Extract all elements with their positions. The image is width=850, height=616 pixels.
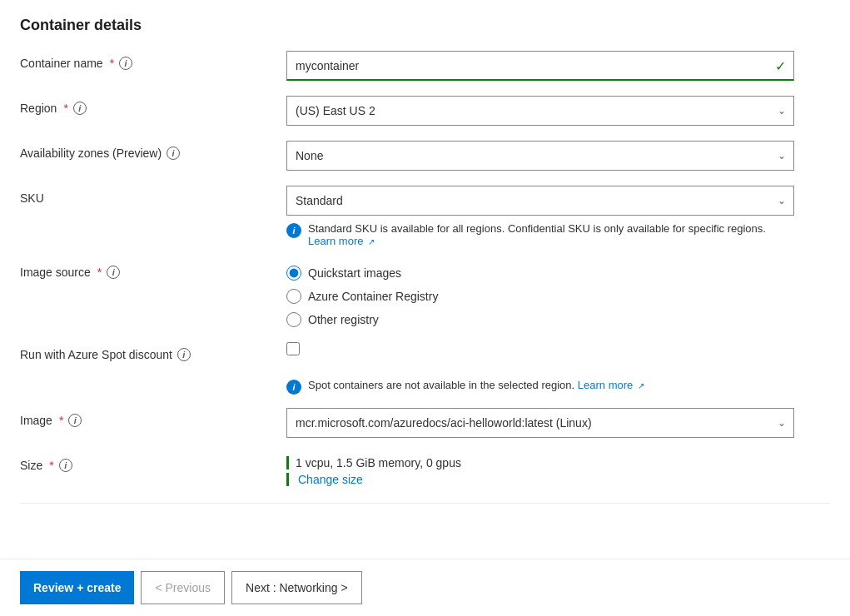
- availability-zones-select-wrapper: None Zone 1 Zone 2 Zone 3 ⌄: [286, 141, 794, 171]
- size-required-indicator: *: [49, 459, 53, 472]
- spot-info-circle-icon: i: [286, 380, 301, 395]
- required-indicator: *: [110, 57, 114, 70]
- image-source-info-icon[interactable]: i: [107, 266, 120, 279]
- spot-discount-checkbox[interactable]: [286, 342, 300, 355]
- radio-option-quickstart[interactable]: Quickstart images: [286, 266, 794, 281]
- previous-button[interactable]: < Previous: [141, 571, 225, 604]
- image-required-indicator: *: [59, 414, 63, 427]
- image-source-required-indicator: *: [97, 266, 102, 279]
- image-source-control: Quickstart images Azure Container Regist…: [286, 262, 794, 327]
- availability-zones-label: Availability zones (Preview) i: [20, 141, 286, 160]
- sku-select-wrapper: Standard Dedicated Confidential ⌄: [286, 186, 794, 216]
- image-select[interactable]: mcr.microsoft.com/azuredocs/aci-hellowor…: [286, 408, 794, 438]
- size-section: 1 vcpu, 1.5 GiB memory, 0 gpus Change si…: [286, 453, 794, 486]
- change-size-link[interactable]: Change size: [286, 473, 794, 486]
- sku-select[interactable]: Standard Dedicated Confidential: [286, 186, 794, 216]
- image-select-wrapper: mcr.microsoft.com/azuredocs/aci-hellowor…: [286, 408, 794, 438]
- sku-external-link-icon: ↗: [368, 237, 375, 246]
- region-label: Region * i: [20, 96, 286, 115]
- spot-info-box: i Spot containers are not available in t…: [286, 379, 830, 395]
- next-button[interactable]: Next : Networking >: [231, 571, 362, 604]
- region-select[interactable]: (US) East US 2 (US) East US (US) West US…: [286, 96, 794, 126]
- size-value: 1 vcpu, 1.5 GiB memory, 0 gpus: [286, 456, 461, 469]
- radio-option-other[interactable]: Other registry: [286, 312, 794, 327]
- spot-learn-more-link[interactable]: Learn more ↗: [578, 379, 644, 391]
- page-container: Container details Container name * i ✓ R…: [0, 0, 850, 504]
- review-create-button[interactable]: Review + create: [20, 571, 134, 604]
- spot-discount-info-icon[interactable]: i: [177, 348, 191, 361]
- container-name-label: Container name * i: [20, 51, 286, 70]
- radio-acr-label: Azure Container Registry: [308, 290, 438, 303]
- sku-control: Standard Dedicated Confidential ⌄ i Stan…: [286, 186, 794, 247]
- image-control: mcr.microsoft.com/azuredocs/aci-hellowor…: [286, 408, 794, 438]
- size-label: Size * i: [20, 453, 286, 472]
- sku-row: SKU Standard Dedicated Confidential ⌄ i …: [20, 186, 830, 247]
- valid-checkmark-icon: ✓: [775, 58, 786, 74]
- sku-info-text: Standard SKU is available for all region…: [308, 222, 794, 247]
- container-name-input[interactable]: [286, 51, 794, 81]
- container-name-info-icon[interactable]: i: [119, 57, 132, 70]
- size-control: 1 vcpu, 1.5 GiB memory, 0 gpus Change si…: [286, 453, 794, 486]
- spot-external-link-icon: ↗: [638, 381, 644, 390]
- spot-discount-row: Run with Azure Spot discount i: [20, 342, 830, 372]
- spot-info-row: i Spot containers are not available in t…: [286, 379, 830, 395]
- size-row: Size * i 1 vcpu, 1.5 GiB memory, 0 gpus …: [20, 453, 830, 486]
- spot-discount-checkbox-wrapper: [286, 342, 794, 355]
- sku-info-circle-icon: i: [286, 223, 301, 238]
- radio-other-input[interactable]: [286, 312, 301, 327]
- image-row: Image * i mcr.microsoft.com/azuredocs/ac…: [20, 408, 830, 438]
- image-label: Image * i: [20, 408, 286, 427]
- availability-zones-control: None Zone 1 Zone 2 Zone 3 ⌄: [286, 141, 794, 171]
- availability-zones-info-icon[interactable]: i: [167, 147, 180, 160]
- spot-discount-label: Run with Azure Spot discount i: [20, 342, 286, 361]
- region-info-icon[interactable]: i: [73, 102, 87, 115]
- region-select-wrapper: (US) East US 2 (US) East US (US) West US…: [286, 96, 794, 126]
- container-name-control: ✓: [286, 51, 794, 81]
- sku-learn-more-link[interactable]: Learn more ↗: [308, 235, 375, 247]
- region-control: (US) East US 2 (US) East US (US) West US…: [286, 96, 794, 126]
- sku-label: SKU: [20, 186, 286, 205]
- image-source-label: Image source * i: [20, 262, 286, 279]
- radio-quickstart-input[interactable]: [286, 266, 301, 281]
- image-source-radio-group: Quickstart images Azure Container Regist…: [286, 262, 794, 327]
- region-required-indicator: *: [63, 102, 67, 115]
- availability-zones-select[interactable]: None Zone 1 Zone 2 Zone 3: [286, 141, 794, 171]
- footer-divider: [20, 503, 830, 504]
- spot-discount-control: [286, 342, 794, 355]
- radio-other-label: Other registry: [308, 313, 379, 326]
- sku-info-box: i Standard SKU is available for all regi…: [286, 222, 794, 247]
- radio-quickstart-label: Quickstart images: [308, 266, 401, 280]
- image-source-row: Image source * i Quickstart images Azure…: [20, 262, 830, 327]
- radio-option-acr[interactable]: Azure Container Registry: [286, 289, 794, 304]
- container-name-row: Container name * i ✓: [20, 51, 830, 81]
- image-info-icon[interactable]: i: [68, 414, 82, 427]
- radio-acr-input[interactable]: [286, 289, 301, 304]
- size-info-icon[interactable]: i: [59, 459, 72, 472]
- region-row: Region * i (US) East US 2 (US) East US (…: [20, 96, 830, 126]
- spot-info-text: Spot containers are not available in the…: [308, 379, 644, 391]
- container-name-input-wrapper: ✓: [286, 51, 794, 81]
- footer-bar: Review + create < Previous Next : Networ…: [0, 559, 850, 616]
- availability-zones-row: Availability zones (Preview) i None Zone…: [20, 141, 830, 171]
- page-title: Container details: [20, 17, 830, 34]
